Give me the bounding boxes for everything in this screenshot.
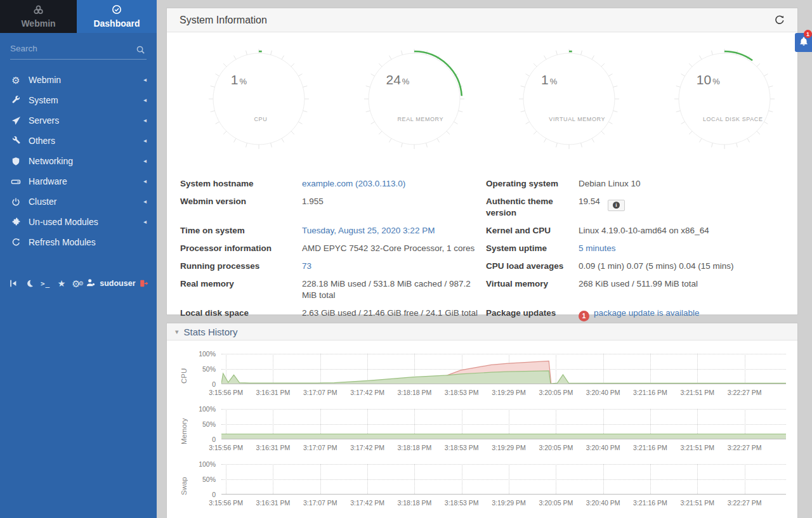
- sidebar-item-networking[interactable]: Networking◂: [0, 151, 157, 171]
- refresh-icon: [10, 238, 22, 247]
- gauge-value: 1%: [541, 72, 557, 87]
- refresh-icon[interactable]: [774, 15, 785, 25]
- y-tick-label: 50%: [202, 365, 216, 373]
- chart-plot-area: [221, 464, 786, 495]
- search-input[interactable]: [10, 41, 122, 56]
- sidebar: Webmin Dashboard ⚙Webmin◂System◂Servers◂…: [0, 0, 157, 518]
- caret-left-icon: ◂: [143, 97, 147, 103]
- user-icon: [86, 278, 96, 289]
- info-value-link[interactable]: 73: [302, 261, 311, 271]
- star-icon[interactable]: ★: [53, 279, 69, 288]
- x-tick-label: 3:20:05 PM: [539, 444, 573, 451]
- tools-icon: [10, 136, 22, 146]
- x-tick-label: 3:18:18 PM: [398, 444, 432, 451]
- gauge-real-memory: 24%REAL MEMORY: [360, 45, 468, 153]
- chart-x-ticks: 3:15:56 PM3:16:31 PM3:17:07 PM3:17:42 PM…: [221, 495, 786, 508]
- sidebar-item-system[interactable]: System◂: [0, 90, 157, 110]
- info-value: example.com (203.0.113.0): [302, 175, 486, 193]
- tab-webmin[interactable]: Webmin: [0, 0, 77, 33]
- y-tick-label: 50%: [202, 420, 216, 428]
- sidebar-item-label: Cluster: [29, 197, 56, 207]
- info-value: 228.18 MiB used / 531.8 MiB cached / 987…: [302, 275, 486, 304]
- x-tick-label: 3:19:29 PM: [492, 499, 526, 507]
- tab-dashboard-label: Dashboard: [93, 18, 140, 29]
- x-tick-label: 3:15:56 PM: [209, 389, 243, 396]
- x-tick-label: 3:21:16 PM: [633, 444, 667, 451]
- x-tick-label: 3:21:51 PM: [680, 444, 714, 451]
- sidebar-item-label: Networking: [29, 156, 73, 166]
- caret-left-icon: ◂: [143, 117, 147, 124]
- collapse-icon[interactable]: [5, 279, 21, 288]
- signout-icon[interactable]: [136, 279, 152, 288]
- x-tick-label: 3:18:53 PM: [445, 389, 479, 396]
- gauge-caption: LOCAL DISK SPACE: [703, 116, 763, 122]
- user-label: sudouser: [100, 279, 135, 288]
- stats-history-header[interactable]: ▾ Stats History: [167, 323, 797, 340]
- caret-left-icon: ◂: [143, 219, 147, 225]
- x-tick-label: 3:21:16 PM: [633, 499, 667, 507]
- gauge-virtual-memory: 1%VIRTUAL MEMORY: [515, 45, 623, 153]
- chart-x-ticks: 3:15:56 PM3:16:31 PM3:17:07 PM3:17:42 PM…: [221, 439, 786, 453]
- table-row: System hostnameexample.com (203.0.113.0)…: [180, 175, 785, 193]
- main-area: System Information 1%CPU24%REAL MEMORY1%…: [157, 0, 812, 518]
- gauge-caption: REAL MEMORY: [398, 116, 444, 122]
- x-tick-label: 3:16:31 PM: [256, 389, 291, 396]
- info-value-link[interactable]: 5 minutes: [579, 243, 616, 253]
- info-value: AMD EPYC 7542 32-Core Processor, 1 cores: [302, 240, 486, 257]
- sidebar-item-un-used-modules[interactable]: Un-used Modules◂: [0, 212, 157, 232]
- gauge-local-disk-space: 10%LOCAL DISK SPACE: [671, 45, 778, 153]
- sidebar-item-label: Webmin: [29, 75, 61, 85]
- notification-count-badge: 1: [804, 30, 812, 38]
- sidebar-item-cluster[interactable]: Cluster◂: [0, 191, 157, 212]
- sidebar-item-label: Others: [29, 136, 55, 146]
- caret-left-icon: ◂: [143, 178, 147, 185]
- sidebar-item-webmin[interactable]: ⚙Webmin◂: [0, 70, 157, 90]
- current-user[interactable]: sudouser: [86, 278, 135, 289]
- x-tick-label: 3:19:29 PM: [492, 389, 526, 396]
- sidebar-item-others[interactable]: Others◂: [0, 131, 157, 151]
- sidebar-item-hardware[interactable]: Hardware◂: [0, 171, 157, 191]
- sidebar-item-servers[interactable]: Servers◂: [0, 110, 157, 131]
- y-tick-label: 0: [212, 436, 216, 443]
- chart-plot-area: [221, 409, 786, 439]
- sidebar-tabs: Webmin Dashboard: [0, 0, 157, 33]
- table-row: Local disk space2.63 GiB used / 21.46 Gi…: [180, 304, 785, 325]
- x-tick-label: 3:16:31 PM: [256, 444, 291, 451]
- chart-y-axis-label: CPU: [176, 354, 192, 398]
- x-tick-label: 3:22:27 PM: [728, 499, 762, 507]
- theme-info-button[interactable]: i: [608, 200, 625, 211]
- info-value: 5 minutes: [579, 240, 785, 257]
- moon-icon[interactable]: [21, 279, 37, 288]
- search-icon[interactable]: [136, 45, 145, 57]
- table-row: Webmin version1.955Authentic theme versi…: [180, 193, 785, 222]
- gauge-value: 10%: [697, 72, 720, 87]
- tab-dashboard[interactable]: Dashboard: [77, 0, 157, 33]
- system-information-panel: System Information 1%CPU24%REAL MEMORY1%…: [166, 8, 798, 315]
- x-tick-label: 3:21:51 PM: [680, 389, 714, 396]
- info-value-link[interactable]: example.com (203.0.113.0): [302, 179, 405, 188]
- sidebar-item-label: System: [29, 95, 58, 105]
- info-label: System hostname: [180, 175, 302, 193]
- gears-icon[interactable]: ⚙⚙: [70, 279, 86, 288]
- x-tick-label: 3:20:40 PM: [586, 499, 620, 507]
- system-info-table-body: System hostnameexample.com (203.0.113.0)…: [180, 175, 785, 325]
- info-value-link[interactable]: package update is available: [594, 308, 700, 318]
- tab-webmin-label: Webmin: [21, 18, 55, 29]
- sidebar-item-refresh-modules[interactable]: Refresh Modules: [0, 232, 157, 252]
- gauge-cpu: 1%CPU: [205, 45, 313, 153]
- info-value-link[interactable]: Tuesday, August 25, 2020 3:22 PM: [302, 226, 435, 235]
- terminal-icon[interactable]: >_: [37, 280, 53, 288]
- x-tick-label: 3:17:42 PM: [350, 444, 384, 451]
- x-tick-label: 3:17:07 PM: [303, 389, 337, 396]
- stats-history-panel: ▾ Stats History CPU100%50%03:15:56 PM3:1…: [166, 323, 798, 518]
- notifications-tab[interactable]: 1: [795, 33, 812, 52]
- chart-memory: Memory100%50%03:15:56 PM3:16:31 PM3:17:0…: [176, 409, 786, 453]
- info-label: Local disk space: [180, 304, 302, 325]
- info-label: Authentic theme version: [486, 193, 579, 222]
- x-tick-label: 3:22:27 PM: [728, 444, 762, 451]
- x-tick-label: 3:18:18 PM: [398, 389, 432, 396]
- x-tick-label: 3:18:53 PM: [445, 444, 479, 451]
- sidebar-item-label: Servers: [29, 115, 59, 126]
- info-value: 1.955: [302, 193, 486, 222]
- info-value: Tuesday, August 25, 2020 3:22 PM: [302, 222, 486, 240]
